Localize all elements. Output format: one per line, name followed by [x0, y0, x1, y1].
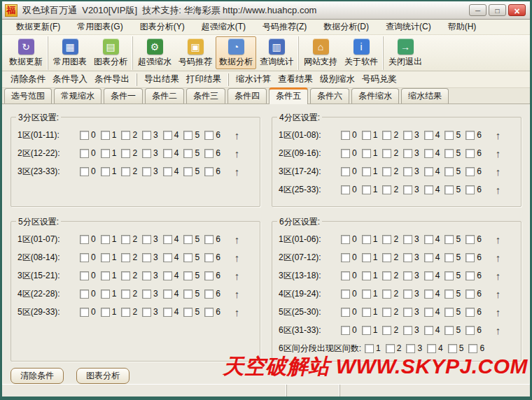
- up-arrow-icon[interactable]: ↑: [234, 289, 240, 299]
- checkbox[interactable]: [382, 271, 391, 280]
- checkbox[interactable]: [362, 308, 371, 317]
- checkbox[interactable]: [386, 344, 395, 353]
- checkbox[interactable]: [444, 131, 454, 140]
- bottom-button[interactable]: 清除条件: [10, 368, 64, 384]
- checkbox[interactable]: [163, 131, 172, 140]
- checkbox[interactable]: [183, 271, 192, 280]
- checkbox[interactable]: [341, 308, 350, 317]
- action-button[interactable]: 清除条件: [7, 73, 49, 85]
- tab[interactable]: 条件一: [104, 88, 143, 103]
- checkbox[interactable]: [424, 326, 433, 335]
- tab[interactable]: 选号范围: [4, 88, 52, 103]
- checkbox[interactable]: [382, 326, 391, 335]
- toolbar-button[interactable]: ▥ 查询统计: [256, 36, 297, 69]
- checkbox[interactable]: [204, 253, 214, 262]
- up-arrow-icon[interactable]: ↑: [496, 289, 501, 299]
- checkbox[interactable]: [362, 290, 371, 299]
- checkbox[interactable]: [341, 271, 350, 280]
- checkbox[interactable]: [444, 271, 454, 280]
- checkbox[interactable]: [101, 290, 110, 299]
- up-arrow-icon[interactable]: ↑: [234, 307, 240, 317]
- checkbox[interactable]: [403, 149, 412, 158]
- checkbox[interactable]: [468, 344, 477, 353]
- checkbox[interactable]: [163, 167, 172, 176]
- checkbox[interactable]: [403, 326, 412, 335]
- checkbox[interactable]: [183, 290, 192, 299]
- checkbox[interactable]: [465, 271, 475, 280]
- checkbox[interactable]: [183, 131, 192, 140]
- checkbox[interactable]: [403, 271, 412, 280]
- checkbox[interactable]: [341, 326, 350, 335]
- checkbox[interactable]: [204, 235, 214, 244]
- up-arrow-icon[interactable]: ↑: [496, 307, 501, 317]
- checkbox[interactable]: [163, 149, 172, 158]
- checkbox[interactable]: [341, 290, 350, 299]
- checkbox[interactable]: [121, 131, 130, 140]
- tab[interactable]: 条件缩水: [351, 88, 399, 103]
- up-arrow-icon[interactable]: ↑: [496, 148, 501, 159]
- up-arrow-icon[interactable]: ↑: [234, 166, 240, 177]
- checkbox[interactable]: [382, 131, 391, 140]
- up-arrow-icon[interactable]: ↑: [234, 130, 240, 141]
- checkbox[interactable]: [465, 149, 475, 158]
- checkbox[interactable]: [424, 235, 433, 244]
- checkbox[interactable]: [403, 308, 412, 317]
- action-button[interactable]: 导出结果: [141, 73, 183, 85]
- up-arrow-icon[interactable]: ↑: [496, 325, 501, 336]
- up-arrow-icon[interactable]: ↑: [496, 130, 501, 141]
- checkbox[interactable]: [403, 185, 412, 194]
- checkbox[interactable]: [121, 235, 130, 244]
- checkbox[interactable]: [444, 290, 454, 299]
- checkbox[interactable]: [101, 308, 110, 317]
- menu-item[interactable]: 数据分析(D): [315, 21, 377, 33]
- checkbox[interactable]: [121, 290, 130, 299]
- checkbox[interactable]: [341, 149, 350, 158]
- tab[interactable]: 条件四: [227, 88, 267, 103]
- maximize-button[interactable]: □: [489, 4, 506, 16]
- checkbox[interactable]: [183, 167, 192, 176]
- checkbox[interactable]: [101, 149, 110, 158]
- action-button[interactable]: 打印结果: [183, 73, 225, 85]
- minimize-button[interactable]: ─: [469, 4, 486, 16]
- checkbox[interactable]: [101, 131, 110, 140]
- checkbox[interactable]: [424, 271, 433, 280]
- checkbox[interactable]: [362, 185, 371, 194]
- checkbox[interactable]: [427, 344, 436, 353]
- checkbox[interactable]: [403, 131, 412, 140]
- checkbox[interactable]: [341, 167, 350, 176]
- checkbox[interactable]: [382, 290, 391, 299]
- checkbox[interactable]: [444, 149, 454, 158]
- checkbox[interactable]: [424, 149, 433, 158]
- checkbox[interactable]: [80, 308, 89, 317]
- checkbox[interactable]: [204, 290, 214, 299]
- toolbar-button[interactable]: ◔ 数据分析: [216, 36, 256, 69]
- checkbox[interactable]: [403, 235, 412, 244]
- checkbox[interactable]: [80, 271, 89, 280]
- checkbox[interactable]: [80, 235, 89, 244]
- tab[interactable]: 条件三: [186, 88, 225, 103]
- checkbox[interactable]: [362, 253, 371, 262]
- checkbox[interactable]: [424, 290, 433, 299]
- checkbox[interactable]: [183, 253, 192, 262]
- checkbox[interactable]: [204, 308, 214, 317]
- checkbox[interactable]: [362, 167, 371, 176]
- toolbar-button[interactable]: ▤ 图表分析: [90, 36, 131, 69]
- checkbox[interactable]: [465, 326, 475, 335]
- checkbox[interactable]: [382, 253, 391, 262]
- toolbar-button[interactable]: i 关于软件: [341, 36, 382, 69]
- checkbox[interactable]: [80, 290, 89, 299]
- checkbox[interactable]: [341, 131, 350, 140]
- checkbox[interactable]: [142, 253, 151, 262]
- menu-item[interactable]: 帮助(H): [440, 21, 485, 33]
- checkbox[interactable]: [465, 290, 475, 299]
- up-arrow-icon[interactable]: ↑: [234, 148, 240, 159]
- checkbox[interactable]: [121, 271, 130, 280]
- action-button[interactable]: 查看结果: [274, 73, 316, 85]
- checkbox[interactable]: [121, 253, 130, 262]
- checkbox[interactable]: [80, 167, 89, 176]
- action-button[interactable]: 条件导出: [91, 73, 133, 85]
- checkbox[interactable]: [204, 167, 214, 176]
- checkbox[interactable]: [382, 308, 391, 317]
- close-button[interactable]: ×: [508, 4, 526, 16]
- checkbox[interactable]: [142, 167, 151, 176]
